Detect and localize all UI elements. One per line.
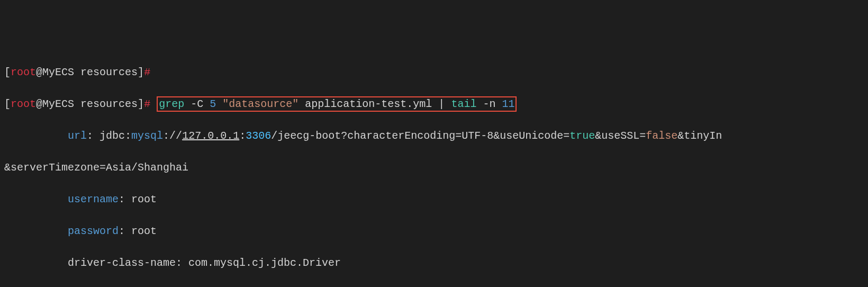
output-line-1: url: jdbc:mysql://127.0.0.1:3306/jeecg-b… bbox=[4, 128, 864, 144]
output-line-2: &serverTimezone=Asia/Shanghai bbox=[4, 160, 864, 176]
tail-cmd: tail bbox=[451, 98, 476, 110]
output-line-4: password: root bbox=[4, 223, 864, 239]
grep-cmd: grep bbox=[159, 98, 184, 110]
output-line-3: username: root bbox=[4, 192, 864, 208]
output-line-5: driver-class-name: com.mysql.cj.jdbc.Dri… bbox=[4, 255, 864, 271]
command-box: grep -C 5 "datasource" application-test.… bbox=[157, 96, 517, 112]
prompt-line-1: [root@MyECS resources]# bbox=[4, 65, 864, 80]
prompt-line-2[interactable]: [root@MyECS resources]# grep -C 5 "datas… bbox=[4, 96, 864, 112]
